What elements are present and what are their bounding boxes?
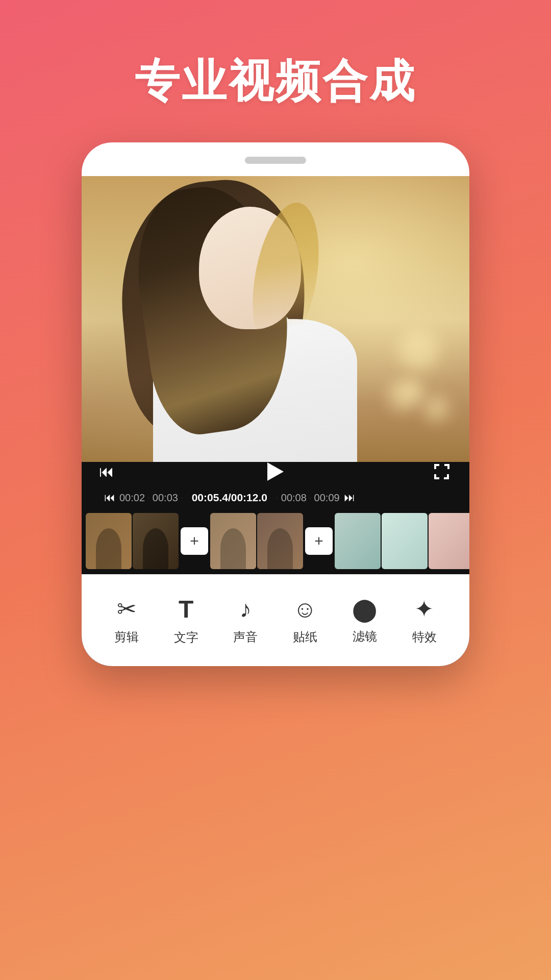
fullscreen-icon[interactable] — [432, 461, 452, 482]
thumbnail-3[interactable] — [210, 513, 256, 569]
tool-audio-label: 声音 — [233, 629, 258, 645]
filter-icon: ⬤ — [352, 596, 377, 622]
thumbnail-strip: + + + — [82, 508, 469, 574]
tool-sticker-label: 贴纸 — [293, 629, 317, 645]
skip-back-icon: ⏮ — [104, 491, 115, 504]
bottom-toolbar: ✂ 剪辑 T 文字 ♪ 声音 ☺ 贴纸 ⬤ 滤镜 ✦ 特效 — [82, 574, 469, 666]
thumbnail-7[interactable] — [429, 513, 469, 569]
timeline-marker-2: 00:03 — [153, 492, 178, 504]
phone-mockup: ⏮ ⏮ 00:02 · 00:03 · 00:05.4/00:12.0 — [82, 142, 469, 666]
timeline-current: 00:05.4/00:12.0 — [192, 492, 267, 504]
tool-audio[interactable]: ♪ 声音 — [233, 595, 258, 645]
playback-bar: ⏮ ⏮ 00:02 · 00:03 · 00:05.4/00:12.0 — [82, 462, 469, 508]
tool-effects-label: 特效 — [412, 629, 437, 645]
add-button-2[interactable]: + — [305, 527, 333, 555]
timeline-marker-1: 00:02 — [119, 492, 145, 504]
sticker-icon: ☺ — [293, 595, 317, 623]
video-preview[interactable] — [82, 176, 469, 462]
tool-filter-label: 滤镜 — [353, 628, 377, 645]
skip-forward-icon: ⏭ — [344, 491, 355, 504]
scissors-icon: ✂ — [117, 595, 137, 623]
tool-text[interactable]: T 文字 — [174, 595, 198, 646]
thumbnail-4[interactable] — [257, 513, 303, 569]
tool-edit[interactable]: ✂ 剪辑 — [114, 595, 139, 645]
tool-sticker[interactable]: ☺ 贴纸 — [293, 595, 317, 645]
tool-text-label: 文字 — [174, 629, 198, 646]
text-icon: T — [179, 595, 193, 623]
tool-effects[interactable]: ✦ 特效 — [412, 595, 437, 645]
thumbnail-5[interactable] — [335, 513, 381, 569]
effects-icon: ✦ — [414, 595, 434, 623]
phone-screen: ⏮ ⏮ 00:02 · 00:03 · 00:05.4/00:12.0 — [82, 176, 469, 666]
skip-to-start-icon[interactable]: ⏮ — [99, 463, 114, 480]
add-button-1[interactable]: + — [181, 527, 208, 555]
timeline-marker-4: 00:09 — [314, 492, 340, 504]
hero-title: 专业视频合成 — [135, 51, 416, 112]
thumbnail-2[interactable] — [133, 513, 179, 569]
phone-speaker — [245, 157, 306, 164]
timeline-marker-3: 00:08 — [281, 492, 307, 504]
tool-edit-label: 剪辑 — [114, 629, 139, 645]
thumb-group-2 — [210, 513, 303, 569]
thumb-group-3 — [335, 513, 469, 569]
thumbnail-6[interactable] — [382, 513, 428, 569]
music-icon: ♪ — [240, 595, 252, 623]
thumbnail-1[interactable] — [86, 513, 132, 569]
thumb-group-1 — [86, 513, 179, 569]
play-button[interactable] — [267, 462, 284, 481]
tool-filter[interactable]: ⬤ 滤镜 — [352, 596, 377, 645]
timeline-ruler: ⏮ 00:02 · 00:03 · 00:05.4/00:12.0 · 00:0… — [94, 487, 457, 508]
